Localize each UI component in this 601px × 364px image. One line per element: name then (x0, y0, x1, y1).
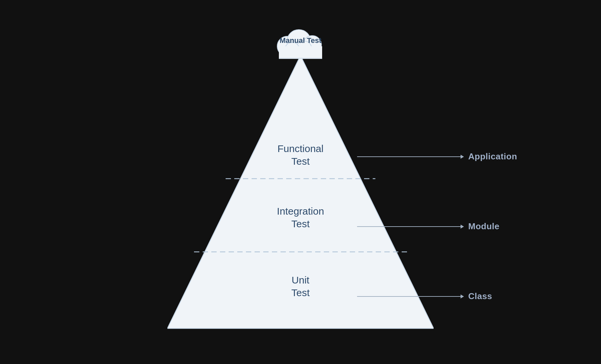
pyramid-wrapper: Functional Test Integration Test Unit Te… (167, 52, 434, 332)
svg-rect-5 (279, 46, 322, 59)
svg-text:Test: Test (291, 218, 310, 229)
arrow-label-class: Class (468, 291, 492, 301)
svg-text:Test: Test (291, 156, 310, 167)
arrow-label-module: Module (468, 221, 500, 232)
cloud-label: Manual Test (280, 36, 321, 46)
arrow-application: Application (357, 151, 517, 162)
svg-text:Test: Test (291, 287, 310, 298)
functional-test-label: Functional (278, 143, 323, 154)
arrow-line-class (357, 296, 464, 297)
cloud-shape: Manual Test (267, 22, 334, 59)
unit-test-label: Unit (292, 274, 309, 285)
diagram-container: Manual Test Functional Test Integration … (68, 22, 533, 342)
arrow-label-application: Application (468, 151, 517, 162)
integration-test-label: Integration (277, 206, 324, 217)
arrow-class: Class (357, 291, 492, 301)
arrow-line-module (357, 226, 464, 227)
arrow-module: Module (357, 221, 500, 232)
cloud-container: Manual Test (267, 22, 334, 59)
arrow-line-application (357, 156, 464, 157)
